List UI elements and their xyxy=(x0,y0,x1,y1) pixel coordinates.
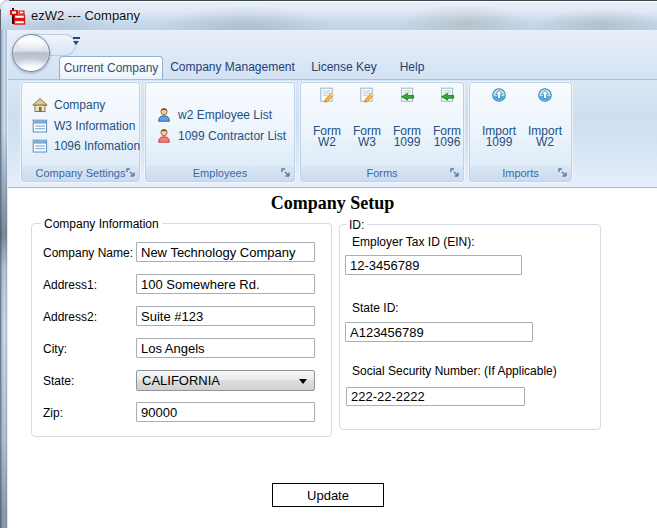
title-bar[interactable]: ezW2 --- Company xyxy=(0,0,657,30)
address2-label: Address2: xyxy=(43,310,97,324)
ribbon-button-1096-information[interactable]: 1096 Infomation xyxy=(32,136,140,156)
house-icon xyxy=(32,97,48,113)
ein-input[interactable] xyxy=(345,255,522,275)
ssn-label: Social Security Number: (If Applicable) xyxy=(352,364,557,378)
company-name-input[interactable] xyxy=(136,242,315,262)
app-window: ezW2 --- Company Current Company Company… xyxy=(0,0,657,528)
update-button[interactable]: Update xyxy=(272,483,384,507)
city-label: City: xyxy=(43,342,67,356)
group-footer-imports: Imports xyxy=(470,166,571,181)
ribbon-group-forms: FormW2 FormW3 Form1099 Form1096 Forms xyxy=(300,82,464,182)
dialog-launcher-icon[interactable] xyxy=(126,168,136,178)
ribbon-button-label: 1099 Contractor List xyxy=(178,129,286,143)
qat-customize-icon[interactable] xyxy=(72,37,81,46)
ribbon-button-form-w2[interactable]: FormW2 xyxy=(307,85,347,167)
groupbox-label: Company Information xyxy=(41,217,162,231)
address1-label: Address1: xyxy=(43,278,97,292)
ribbon-group-company-settings: Company W3 Information 1096 Infomation C… xyxy=(21,82,140,182)
tab-current-company[interactable]: Current Company xyxy=(59,56,163,79)
ribbon-button-1099-contractor-list[interactable]: 1099 Contractor List xyxy=(156,126,286,146)
person-red-icon xyxy=(156,128,172,144)
dialog-launcher-icon[interactable] xyxy=(450,168,460,178)
ribbon: Company W3 Information 1096 Infomation C… xyxy=(8,79,657,188)
ribbon-button-form-1099[interactable]: Form1099 xyxy=(387,85,427,167)
state-label: State: xyxy=(43,374,74,388)
import-icon xyxy=(538,88,552,102)
company-name-label: Company Name: xyxy=(43,246,133,260)
application-menu-button[interactable] xyxy=(12,34,50,72)
ribbon-button-import-w2[interactable]: ImportW2 xyxy=(523,85,567,167)
state-dropdown-value: CALIFORNIA xyxy=(142,373,220,388)
group-footer-company-settings: Company Settings xyxy=(22,166,139,181)
ribbon-button-w2-employee-list[interactable]: w2 Employee List xyxy=(156,105,272,125)
chevron-down-icon xyxy=(299,379,307,384)
ribbon-button-label: Company xyxy=(54,98,105,112)
form-edit-icon xyxy=(319,87,335,103)
dialog-launcher-icon[interactable] xyxy=(558,168,568,178)
form-edit-icon xyxy=(359,87,375,103)
ribbon-button-label: 1096 Infomation xyxy=(54,139,140,153)
group-footer-forms: Forms xyxy=(301,166,463,181)
window-frame-left xyxy=(0,30,8,528)
form-list-icon xyxy=(32,138,48,154)
dialog-launcher-icon[interactable] xyxy=(281,168,291,178)
ssn-input[interactable] xyxy=(346,387,525,406)
form-export-icon xyxy=(439,87,455,103)
ribbon-group-imports: Import1099 ImportW2 Imports xyxy=(469,82,572,182)
ribbon-group-employees: w2 Employee List 1099 Contractor List Em… xyxy=(145,82,295,182)
import-icon xyxy=(492,88,506,102)
client-area: Company Setup Company Information Compan… xyxy=(8,188,657,528)
state-dropdown[interactable]: CALIFORNIA xyxy=(136,370,315,391)
zip-input[interactable] xyxy=(136,402,315,422)
titlebar-sheen xyxy=(2,1,657,2)
tab-help[interactable]: Help xyxy=(388,56,436,79)
ribbon-button-label: W3 Information xyxy=(54,119,135,133)
ribbon-chrome: Current Company Company Management Licen… xyxy=(8,30,657,79)
form-list-icon xyxy=(32,118,48,134)
group-footer-employees: Employees xyxy=(146,166,294,181)
ribbon-button-company[interactable]: Company xyxy=(32,95,105,115)
tab-license-key[interactable]: License Key xyxy=(306,56,382,79)
address2-input[interactable] xyxy=(136,306,315,326)
ribbon-button-label: w2 Employee List xyxy=(178,108,272,122)
window-title: ezW2 --- Company xyxy=(31,8,140,23)
city-input[interactable] xyxy=(136,338,315,358)
tab-company-management[interactable]: Company Management xyxy=(170,56,295,79)
address1-input[interactable] xyxy=(136,274,315,294)
form-export-icon xyxy=(399,87,415,103)
ribbon-button-form-w3[interactable]: FormW3 xyxy=(347,85,387,167)
orb-highlight xyxy=(18,37,44,51)
zip-label: Zip: xyxy=(43,406,63,420)
ribbon-button-import-1099[interactable]: Import1099 xyxy=(477,85,521,167)
ein-label: Employer Tax ID (EIN): xyxy=(352,235,474,249)
app-icon[interactable] xyxy=(9,7,26,25)
person-blue-icon xyxy=(156,107,172,123)
page-title: Company Setup xyxy=(8,193,657,214)
state-id-input[interactable] xyxy=(345,322,533,342)
groupbox-label: ID: xyxy=(346,218,367,232)
state-id-label: State ID: xyxy=(352,301,399,315)
ribbon-button-form-1096[interactable]: Form1096 xyxy=(427,85,467,167)
ribbon-button-w3-information[interactable]: W3 Information xyxy=(32,116,135,136)
